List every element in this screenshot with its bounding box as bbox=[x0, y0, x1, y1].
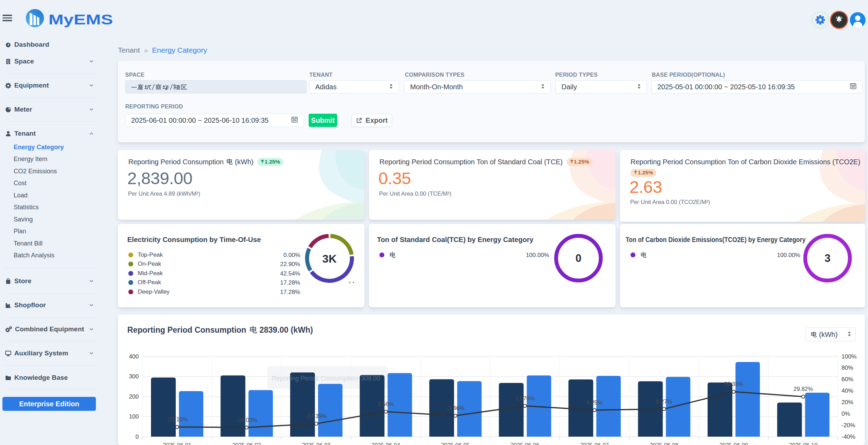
svg-text:40%: 40% bbox=[841, 387, 853, 394]
svg-text:2025-06-03: 2025-06-03 bbox=[302, 442, 331, 445]
svg-text:29.82%: 29.82% bbox=[793, 386, 813, 392]
svg-text:-40%: -40% bbox=[841, 433, 855, 440]
svg-text:-20%: -20% bbox=[841, 422, 855, 429]
svg-text:-3.46%: -3.46% bbox=[446, 405, 465, 411]
svg-text:3.56%: 3.56% bbox=[378, 401, 394, 407]
svg-text:400: 400 bbox=[129, 353, 139, 360]
svg-text:- 308.00: - 308.00 bbox=[357, 375, 380, 382]
svg-text:300: 300 bbox=[129, 373, 139, 380]
svg-text:-24.03%: -24.03% bbox=[236, 417, 257, 423]
svg-text:2025-06-09: 2025-06-09 bbox=[719, 442, 748, 445]
svg-text:-17.39%: -17.39% bbox=[305, 413, 327, 419]
svg-text:20%: 20% bbox=[841, 399, 853, 406]
svg-text:Reporting Period Consumption: Reporting Period Consumption bbox=[272, 375, 357, 382]
svg-text:2025-06-05: 2025-06-05 bbox=[441, 442, 470, 445]
svg-text:2025-06-10: 2025-06-10 bbox=[789, 442, 817, 445]
svg-text:2025-06-06: 2025-06-06 bbox=[511, 442, 539, 445]
svg-text:2025-06-01: 2025-06-01 bbox=[163, 442, 191, 445]
svg-text:0%: 0% bbox=[841, 410, 850, 417]
svg-text:38.38%: 38.38% bbox=[724, 381, 744, 387]
svg-text:200: 200 bbox=[129, 393, 139, 400]
svg-text:60%: 60% bbox=[841, 376, 853, 383]
svg-text:8.27%: 8.27% bbox=[656, 398, 672, 405]
svg-text:-23.15%: -23.15% bbox=[166, 416, 188, 422]
svg-text:3K: 3K bbox=[322, 252, 337, 265]
svg-text:2025-06-08: 2025-06-08 bbox=[650, 442, 678, 445]
svg-text:2025-06-02: 2025-06-02 bbox=[232, 442, 261, 445]
svg-text:3: 3 bbox=[825, 252, 831, 264]
svg-text:2025-06-04: 2025-06-04 bbox=[371, 442, 400, 445]
svg-text:2025-06-07: 2025-06-07 bbox=[580, 442, 609, 445]
svg-text:100%: 100% bbox=[841, 353, 856, 360]
svg-text:0: 0 bbox=[136, 433, 139, 440]
svg-text:13.70%: 13.70% bbox=[515, 395, 535, 401]
svg-text:0: 0 bbox=[575, 252, 581, 264]
svg-text:6.25%: 6.25% bbox=[586, 399, 603, 406]
svg-text:80%: 80% bbox=[841, 364, 853, 371]
svg-text:100: 100 bbox=[129, 413, 139, 420]
